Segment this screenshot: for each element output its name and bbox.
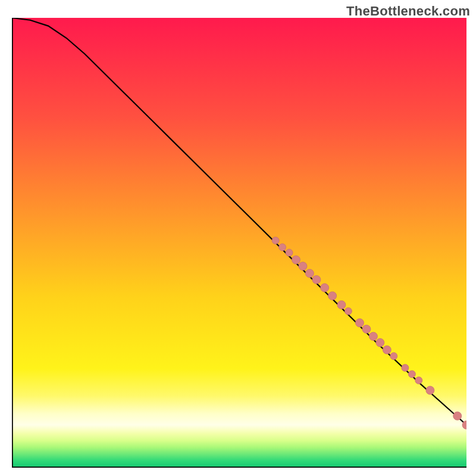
- data-markers: [272, 237, 466, 429]
- data-marker: [272, 237, 279, 244]
- data-marker: [390, 353, 397, 360]
- data-marker: [369, 332, 377, 340]
- data-marker: [415, 377, 422, 384]
- data-marker: [337, 300, 346, 309]
- data-marker: [321, 284, 329, 292]
- data-marker: [286, 249, 293, 256]
- chart-container: TheBottleneck.com: [0, 0, 476, 476]
- data-marker: [426, 386, 434, 394]
- data-marker: [279, 244, 286, 251]
- data-marker: [362, 325, 371, 333]
- chart-overlay: [12, 18, 466, 468]
- data-marker: [305, 269, 314, 277]
- data-marker: [345, 308, 352, 315]
- data-marker: [402, 364, 409, 371]
- data-marker: [453, 412, 462, 420]
- curve-line: [12, 18, 466, 425]
- data-marker: [408, 371, 415, 378]
- data-marker: [376, 339, 384, 347]
- chart-area: [12, 18, 466, 468]
- data-marker: [328, 292, 337, 300]
- data-marker: [383, 346, 391, 354]
- data-marker: [292, 256, 300, 264]
- data-marker: [312, 275, 321, 284]
- axes: [12, 18, 466, 468]
- data-marker: [355, 319, 364, 327]
- attribution-label: TheBottleneck.com: [346, 4, 470, 19]
- data-marker: [299, 262, 307, 270]
